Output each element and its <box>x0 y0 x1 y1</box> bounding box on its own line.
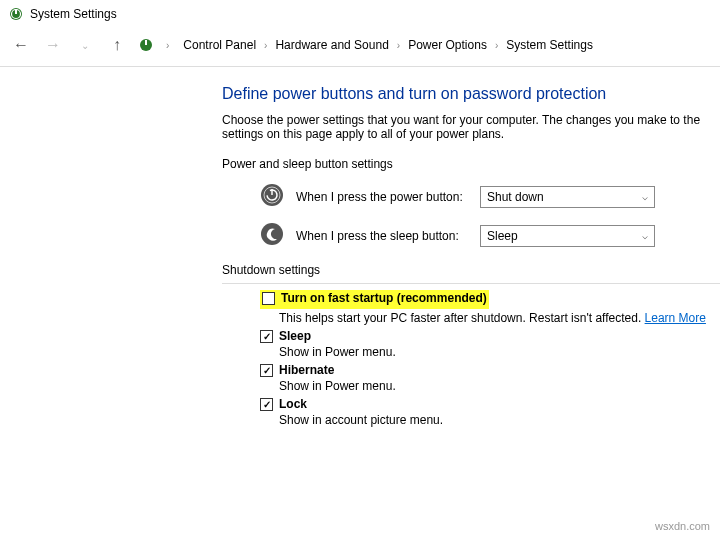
breadcrumb-item[interactable]: System Settings <box>504 37 595 53</box>
power-button-dropdown[interactable]: Shut down ⌵ <box>480 186 655 208</box>
chevron-down-icon: ⌵ <box>642 191 648 202</box>
learn-more-link[interactable]: Learn More <box>645 311 706 325</box>
shutdown-settings-group: Turn on fast startup (recommended) This … <box>222 290 720 427</box>
dropdown-value: Sleep <box>487 229 518 243</box>
section-label-buttons: Power and sleep button settings <box>222 157 720 171</box>
sleep-desc: Show in Power menu. <box>222 345 720 359</box>
hibernate-label: Hibernate <box>279 363 334 377</box>
fast-startup-desc: This helps start your PC faster after sh… <box>222 311 720 325</box>
content-area: Define power buttons and turn on passwor… <box>0 67 720 427</box>
divider <box>222 283 720 284</box>
chevron-right-icon: › <box>493 40 500 51</box>
breadcrumb-item[interactable]: Hardware and Sound <box>273 37 390 53</box>
breadcrumb[interactable]: Control Panel › Hardware and Sound › Pow… <box>181 37 595 53</box>
system-settings-icon <box>8 6 24 22</box>
lock-row: Lock <box>222 397 720 411</box>
lock-checkbox[interactable] <box>260 398 273 411</box>
sleep-label: Sleep <box>279 329 311 343</box>
fast-startup-highlight: Turn on fast startup (recommended) <box>260 290 489 309</box>
control-panel-icon <box>138 37 154 53</box>
back-button[interactable]: ← <box>10 34 32 56</box>
chevron-right-icon: › <box>395 40 402 51</box>
sleep-row: Sleep <box>222 329 720 343</box>
watermark: wsxdn.com <box>655 520 710 532</box>
breadcrumb-item[interactable]: Power Options <box>406 37 489 53</box>
hibernate-row: Hibernate <box>222 363 720 377</box>
chevron-down-icon: ⌵ <box>642 230 648 241</box>
fast-startup-row: Turn on fast startup (recommended) <box>222 290 720 309</box>
page-description: Choose the power settings that you want … <box>222 113 720 141</box>
power-button-label: When I press the power button: <box>296 190 468 204</box>
power-button-row: When I press the power button: Shut down… <box>260 183 720 210</box>
svg-rect-4 <box>145 40 147 45</box>
sleep-checkbox[interactable] <box>260 330 273 343</box>
titlebar: System Settings <box>0 0 720 28</box>
section-label-shutdown: Shutdown settings <box>222 263 720 277</box>
chevron-right-icon: › <box>164 40 171 51</box>
recent-dropdown[interactable]: ⌄ <box>74 34 96 56</box>
fast-startup-checkbox[interactable] <box>262 292 275 305</box>
up-button[interactable]: ↑ <box>106 34 128 56</box>
fast-startup-label: Turn on fast startup (recommended) <box>281 291 487 305</box>
hibernate-desc: Show in Power menu. <box>222 379 720 393</box>
svg-point-8 <box>261 223 283 245</box>
breadcrumb-item[interactable]: Control Panel <box>181 37 258 53</box>
window-title: System Settings <box>30 7 117 21</box>
lock-label: Lock <box>279 397 307 411</box>
sleep-button-label: When I press the sleep button: <box>296 229 468 243</box>
hibernate-checkbox[interactable] <box>260 364 273 377</box>
chevron-right-icon: › <box>262 40 269 51</box>
sleep-button-dropdown[interactable]: Sleep ⌵ <box>480 225 655 247</box>
button-settings-group: When I press the power button: Shut down… <box>222 183 720 249</box>
forward-button[interactable]: → <box>42 34 64 56</box>
sleep-button-icon <box>260 222 284 249</box>
sleep-button-row: When I press the sleep button: Sleep ⌵ <box>260 222 720 249</box>
navigation-bar: ← → ⌄ ↑ › Control Panel › Hardware and S… <box>0 28 720 62</box>
lock-desc: Show in account picture menu. <box>222 413 720 427</box>
page-title: Define power buttons and turn on passwor… <box>222 85 720 103</box>
dropdown-value: Shut down <box>487 190 544 204</box>
power-button-icon <box>260 183 284 210</box>
